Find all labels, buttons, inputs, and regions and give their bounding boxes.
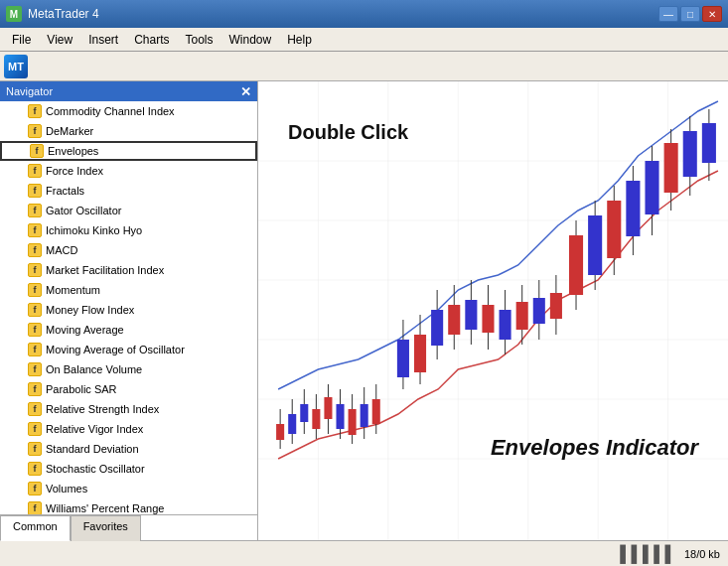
list-item[interactable]: f Volumes: [0, 479, 257, 498]
indicator-icon: f: [28, 382, 42, 396]
list-item[interactable]: f Force Index: [0, 161, 257, 181]
list-item[interactable]: f Moving Average: [0, 320, 257, 340]
list-item[interactable]: f Standard Deviation: [0, 439, 257, 459]
svg-rect-44: [448, 305, 460, 335]
indicator-icon: f: [28, 343, 42, 356]
indicator-icon: f: [28, 104, 42, 118]
navigator-panel: Navigator ✕ f Commodity Channel Index f …: [0, 81, 258, 540]
list-item[interactable]: f MACD: [0, 240, 257, 260]
chart-area: Double Click Envelopes Indicator: [258, 81, 728, 540]
list-item[interactable]: f Relative Vigor Index: [0, 419, 257, 439]
list-item[interactable]: f Gator Oscillator: [0, 201, 257, 220]
indicator-icon: f: [28, 204, 42, 217]
svg-rect-34: [361, 404, 368, 427]
indicator-label: Commodity Channel Index: [46, 105, 175, 117]
bars-icon: ▌▌▌▌▌: [620, 545, 676, 563]
indicator-label: Money Flow Index: [46, 304, 134, 316]
indicator-label: Envelopes: [48, 145, 98, 157]
list-item[interactable]: f DeMarker: [0, 121, 257, 141]
svg-rect-64: [626, 181, 640, 236]
list-item[interactable]: f Momentum: [0, 280, 257, 300]
indicator-label: On Balance Volume: [46, 363, 142, 375]
status-right: ▌▌▌▌▌ 18/0 kb: [620, 545, 720, 563]
kb-label: 18/0 kb: [684, 548, 720, 560]
nav-list: f Commodity Channel Index f DeMarker f E…: [0, 101, 257, 514]
indicator-icon: f: [28, 501, 42, 514]
list-item[interactable]: f Commodity Channel Index: [0, 101, 257, 121]
svg-rect-70: [683, 131, 697, 177]
app-icon: M: [6, 6, 22, 22]
indicator-label: DeMarker: [46, 125, 93, 137]
indicator-label: Standard Deviation: [46, 443, 139, 455]
list-item-stochastic[interactable]: f Stochastic Oscillator: [0, 459, 257, 479]
svg-rect-50: [500, 310, 511, 340]
svg-rect-22: [288, 414, 296, 434]
chart-svg: [258, 81, 728, 540]
menu-help[interactable]: Help: [279, 31, 320, 49]
navigator-header: Navigator ✕: [0, 81, 257, 101]
svg-rect-24: [300, 404, 308, 422]
close-button[interactable]: ✕: [702, 6, 722, 22]
list-item[interactable]: f Relative Strength Index: [0, 399, 257, 419]
indicator-label: Williams' Percent Range: [46, 502, 164, 514]
indicator-label: Stochastic Oscillator: [46, 463, 145, 475]
indicator-icon: f: [30, 144, 44, 158]
tab-favorites[interactable]: Favorites: [71, 515, 141, 541]
minimize-button[interactable]: —: [658, 6, 678, 22]
envelopes-indicator-label: Envelopes Indicator: [491, 435, 698, 461]
indicator-icon: f: [28, 223, 42, 237]
svg-rect-20: [276, 424, 284, 440]
indicator-label: Volumes: [46, 483, 87, 495]
list-item[interactable]: f Parabolic SAR: [0, 379, 257, 399]
indicator-label: Moving Average of Oscillator: [46, 344, 185, 355]
list-item[interactable]: f Williams' Percent Range: [0, 498, 257, 514]
list-item[interactable]: f Market Facilitation Index: [0, 260, 257, 280]
navigator-title: Navigator: [6, 85, 53, 97]
indicator-label: Momentum: [46, 284, 100, 296]
indicator-label: Relative Strength Index: [46, 403, 159, 415]
indicator-label: MACD: [46, 244, 77, 256]
indicator-icon: f: [28, 362, 42, 376]
toolbar-logo: MT: [4, 55, 28, 78]
menu-view[interactable]: View: [39, 31, 80, 49]
nav-scroll[interactable]: f Commodity Channel Index f DeMarker f E…: [0, 101, 257, 514]
list-item-envelopes[interactable]: f Envelopes: [0, 141, 257, 161]
svg-rect-56: [550, 293, 562, 319]
svg-rect-46: [465, 300, 477, 330]
list-item[interactable]: f On Balance Volume: [0, 359, 257, 379]
svg-rect-60: [588, 215, 602, 275]
svg-rect-58: [569, 235, 583, 295]
indicator-icon: f: [28, 303, 42, 317]
svg-rect-68: [664, 143, 678, 193]
indicator-icon: f: [28, 243, 42, 257]
indicator-icon: f: [28, 124, 42, 138]
menu-insert[interactable]: Insert: [80, 31, 126, 49]
indicator-icon: f: [28, 462, 42, 476]
list-item[interactable]: f Moving Average of Oscillator: [0, 340, 257, 359]
main-layout: Navigator ✕ f Commodity Channel Index f …: [0, 81, 728, 540]
menu-file[interactable]: File: [4, 31, 39, 49]
menu-window[interactable]: Window: [221, 31, 280, 49]
indicator-label: Ichimoku Kinko Hyo: [46, 224, 142, 236]
svg-rect-40: [414, 335, 426, 372]
svg-rect-30: [336, 404, 344, 429]
list-item[interactable]: f Money Flow Index: [0, 300, 257, 320]
title-bar: M MetaTrader 4 — □ ✕: [0, 0, 728, 28]
maximize-button[interactable]: □: [680, 6, 700, 22]
svg-rect-52: [516, 302, 528, 330]
list-item[interactable]: f Ichimoku Kinko Hyo: [0, 220, 257, 240]
indicator-icon: f: [28, 402, 42, 416]
tab-common[interactable]: Common: [0, 515, 71, 541]
svg-rect-48: [482, 305, 494, 333]
svg-rect-62: [607, 201, 621, 258]
toolbar: MT: [0, 52, 728, 81]
title-bar-left: M MetaTrader 4: [6, 6, 99, 22]
menu-charts[interactable]: Charts: [126, 31, 177, 49]
svg-rect-28: [324, 397, 332, 419]
indicator-icon: f: [28, 283, 42, 297]
navigator-close-button[interactable]: ✕: [240, 84, 251, 99]
indicator-label: Fractals: [46, 185, 84, 197]
menu-tools[interactable]: Tools: [178, 31, 221, 49]
indicator-label: Relative Vigor Index: [46, 423, 143, 435]
list-item[interactable]: f Fractals: [0, 181, 257, 201]
